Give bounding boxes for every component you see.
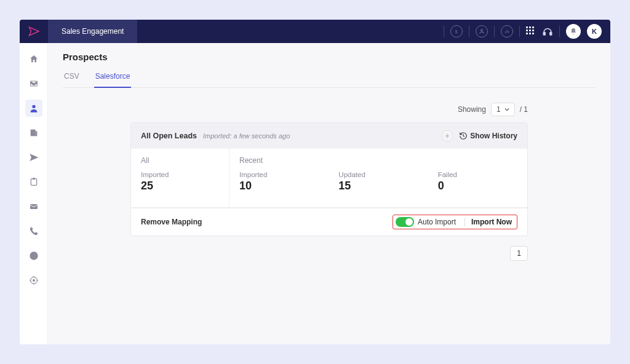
sidebar-item-tasks[interactable] bbox=[25, 173, 42, 191]
page-1-button[interactable]: 1 bbox=[510, 246, 528, 261]
import-now-button[interactable]: Import Now bbox=[465, 218, 512, 226]
metric-value: 10 bbox=[239, 180, 319, 192]
auto-import-toggle[interactable] bbox=[396, 217, 414, 227]
svg-rect-3 bbox=[550, 33, 552, 36]
show-history-button[interactable]: Show History bbox=[459, 132, 517, 140]
logo[interactable] bbox=[20, 20, 48, 43]
sidebar-item-prospects[interactable] bbox=[25, 100, 42, 117]
divider bbox=[469, 26, 469, 37]
showing-indicator: Showing 1 / 1 bbox=[130, 103, 528, 116]
metric-value: 0 bbox=[438, 180, 517, 192]
app-frame: Sales Engagement $ bbox=[20, 20, 610, 344]
divider bbox=[519, 26, 520, 37]
auto-import-label: Auto Import bbox=[418, 218, 456, 226]
divider bbox=[494, 26, 495, 37]
sidebar-item-accounts[interactable] bbox=[25, 124, 42, 141]
svg-point-4 bbox=[32, 105, 35, 108]
notifications-button[interactable] bbox=[566, 24, 581, 39]
card-subtitle: Imported: a few seconds ago bbox=[203, 132, 290, 140]
metric-label: Imported bbox=[141, 171, 219, 178]
card-footer: Remove Mapping Auto Import Import Now bbox=[131, 208, 527, 235]
svg-rect-5 bbox=[30, 130, 35, 136]
sidebar-item-settings[interactable] bbox=[25, 272, 42, 289]
page-select[interactable]: 1 bbox=[491, 103, 515, 116]
user-icon[interactable] bbox=[476, 25, 488, 38]
svg-point-10 bbox=[33, 279, 35, 282]
history-icon bbox=[459, 132, 468, 140]
col-all-label: All bbox=[141, 156, 219, 165]
svg-rect-6 bbox=[35, 131, 37, 136]
showing-total: / 1 bbox=[520, 105, 528, 114]
remove-mapping-button[interactable]: Remove Mapping bbox=[141, 218, 202, 226]
svg-point-1 bbox=[480, 30, 482, 31]
dollar-icon[interactable]: $ bbox=[450, 25, 463, 38]
metric-label: Failed bbox=[438, 171, 517, 178]
page-title: Prospects bbox=[63, 52, 596, 62]
col-recent-label: Recent bbox=[229, 156, 527, 165]
showing-label: Showing bbox=[458, 105, 486, 114]
app-name[interactable]: Sales Engagement bbox=[48, 20, 137, 43]
import-card: All Open Leads Imported: a few seconds a… bbox=[130, 122, 528, 236]
card-header: All Open Leads Imported: a few seconds a… bbox=[131, 123, 527, 149]
sidebar-item-mail[interactable] bbox=[25, 198, 42, 215]
highlight-box: Auto Import Import Now bbox=[393, 215, 517, 229]
divider bbox=[444, 26, 444, 37]
card-title: All Open Leads bbox=[141, 132, 197, 140]
topbar-actions: $ K bbox=[444, 20, 610, 43]
headset-icon[interactable] bbox=[542, 26, 553, 37]
chevron-down-icon bbox=[504, 107, 509, 112]
metric-value: 25 bbox=[141, 180, 219, 192]
main-content: Prospects CSV Salesforce Showing 1 / 1 A… bbox=[48, 43, 610, 344]
tab-csv[interactable]: CSV bbox=[63, 68, 81, 87]
tabbar: CSV Salesforce bbox=[63, 68, 596, 88]
pagination: 1 bbox=[130, 246, 528, 261]
topbar: Sales Engagement $ bbox=[20, 20, 610, 43]
svg-rect-2 bbox=[543, 33, 545, 36]
sidebar-item-sequences[interactable] bbox=[25, 149, 42, 166]
sidebar-item-home[interactable] bbox=[25, 50, 42, 68]
card-settings-button[interactable] bbox=[442, 130, 453, 141]
gear-icon bbox=[444, 133, 450, 139]
metric-label: Imported bbox=[239, 171, 319, 178]
chart-icon[interactable] bbox=[501, 25, 513, 38]
stats-row: All Imported 25 Recent Imported 10 bbox=[131, 149, 527, 208]
metric-value: 15 bbox=[338, 180, 418, 192]
svg-rect-8 bbox=[33, 178, 35, 180]
user-avatar[interactable]: K bbox=[587, 24, 602, 39]
tab-salesforce[interactable]: Salesforce bbox=[94, 68, 132, 88]
sidebar-item-reports[interactable] bbox=[25, 247, 42, 264]
sidebar-item-calls[interactable] bbox=[25, 223, 42, 240]
svg-rect-7 bbox=[31, 179, 36, 186]
sidebar bbox=[20, 43, 48, 344]
svg-point-11 bbox=[447, 135, 449, 137]
paper-plane-icon bbox=[28, 26, 39, 37]
sidebar-item-inbox[interactable] bbox=[25, 75, 42, 92]
divider bbox=[559, 26, 560, 37]
svg-rect-9 bbox=[30, 204, 38, 209]
dialpad-icon[interactable] bbox=[526, 26, 536, 36]
metric-label: Updated bbox=[338, 171, 418, 178]
svg-text:$: $ bbox=[455, 29, 458, 34]
